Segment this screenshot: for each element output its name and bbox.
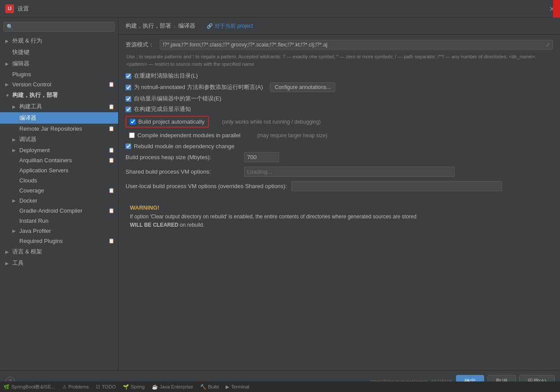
sidebar-item-label: Coverage [19,187,44,194]
sidebar-item-appearance[interactable]: ▶ 外观 & 行为 [0,35,118,46]
shared-vm-input[interactable] [244,167,455,177]
app-icon: IJ [5,4,14,13]
copy-icon: 📋 [108,82,115,87]
expand-icon: ▶ [12,228,18,233]
search-box[interactable]: 🔍 [4,22,115,32]
sidebar-item-instant-run[interactable]: ▶ Instant Run [0,216,118,226]
checkbox-show-error: 自动显示编辑器中的第一个错误(E) [126,95,553,103]
project-link[interactable]: 🔗 对于当前 project [207,22,253,30]
compile-parallel-note: (may require larger heap size) [257,132,327,139]
resource-input-wrap[interactable]: ⤢ [160,40,553,50]
compile-parallel-row: Compile independent modules in parallel [126,130,244,140]
expand-icon: ▶ [5,82,11,87]
user-vm-label: User-local build process VM options (ove… [126,183,287,189]
show-notification-checkbox[interactable] [126,107,131,112]
breadcrumb: 构建，执行，部署 › 编译器 🔗 对于当前 project [118,18,560,35]
sidebar-item-label: 工具 [12,259,24,267]
red-corner-decoration [553,0,560,18]
status-build[interactable]: 🔨 Build [200,384,219,390]
status-spring[interactable]: 🌱 Spring [123,384,145,390]
sidebar-item-languages[interactable]: ▶ 语言 & 框架 [0,246,118,257]
sidebar-item-remote-jar[interactable]: ▶ Remote Jar Repositories 📋 [0,124,118,134]
sidebar-item-clouds[interactable]: ▶ Clouds [0,175,118,185]
rebuild-dependency-checkbox[interactable] [126,143,131,149]
clear-output-checkbox[interactable] [126,73,131,79]
show-error-checkbox[interactable] [126,96,131,102]
titlebar: IJ 设置 ✕ [0,0,560,18]
sidebar-item-plugins[interactable]: ▶ Plugins [0,69,118,79]
sidebar-item-label: Gradle-Android Compiler [19,207,83,214]
resource-mode-row: 资源模式： ⤢ [126,40,553,50]
copy-icon: 📋 [108,126,115,132]
sidebar-item-label: 编译器 [19,114,36,122]
warning-text-line1: If option 'Clear output directory on reb… [130,214,416,220]
sidebar-item-build-exec[interactable]: ▼ 构建，执行，部署 [0,89,118,101]
sidebar-item-gradle-android[interactable]: ▶ Gradle-Android Compiler 📋 [0,206,118,216]
sidebar-item-label: Deployment [19,147,50,153]
sidebar-item-label: Remote Jar Repositories [19,125,82,132]
warning-box: WARNING! If option 'Clear output directo… [126,200,553,234]
sidebar-item-docker[interactable]: ▶ Docker [0,196,118,206]
checkbox-notnull-row: 为 notnull-annotated 方法和参数添加运行时断言(A) Conf… [126,82,553,92]
sidebar-item-debugger[interactable]: ▶ 调试器 [0,134,118,145]
copy-icon: 📋 [108,147,115,153]
user-vm-input[interactable] [291,181,502,191]
sidebar-item-keymap[interactable]: 快捷键 [0,46,118,58]
expand-icon: ▶ [12,104,18,109]
copy-icon: 📋 [108,157,115,163]
sidebar-item-label: Version Control [12,81,51,88]
spring-icon: 🌱 [123,384,129,390]
compile-parallel-label: Compile independent modules in parallel [137,132,241,139]
sidebar-item-version-control[interactable]: ▶ Version Control 📋 [0,79,118,89]
expand-button[interactable]: ⤢ [543,40,553,49]
status-terminal[interactable]: ▶ Terminal [226,384,249,390]
sidebar-item-label: 语言 & 框架 [12,248,42,256]
status-terminal-label: Terminal [231,384,249,389]
sidebar-item-label: 外观 & 行为 [12,37,42,45]
sidebar-item-editor[interactable]: ▶ 编辑器 [0,58,118,69]
status-java-enterprise[interactable]: ☕ Java Enterprise [152,384,193,390]
rebuild-dependency-label: Rebuild module on dependency change [134,143,234,150]
sidebar-item-label: 编辑器 [12,60,29,68]
sidebar-item-arquillian[interactable]: ▶ Arquillian Containers 📋 [0,155,118,165]
expand-icon: ▶ [12,198,18,203]
compile-parallel-checkbox[interactable] [129,132,135,138]
search-input[interactable] [15,24,111,30]
status-java-enterprise-label: Java Enterprise [160,384,193,389]
sidebar-item-label: 快捷键 [12,48,29,56]
sidebar-item-label: Required Plugins [19,238,63,244]
terminal-icon: ▶ [226,384,229,390]
clear-output-label: 在重建时清除输出目录(L) [134,72,198,80]
status-todo[interactable]: ☑ TODO [96,384,116,390]
sidebar-item-compiler[interactable]: ▶ 编译器 [0,112,118,124]
sidebar-item-label: 构建工具 [19,103,42,110]
heap-size-input[interactable] [244,152,279,162]
sidebar-item-coverage[interactable]: ▶ Coverage 📋 [0,185,118,196]
sidebar-item-required-plugins[interactable]: ▶ Required Plugins 📋 [0,236,118,246]
resource-help-text: Use ; to separate patterns and ! to nega… [126,53,553,68]
sidebar-item-tools[interactable]: ▶ 工具 [0,257,118,269]
copy-icon: 📋 [108,238,115,244]
status-problems[interactable]: ⚠ Problems [62,384,89,390]
sidebar-item-java-profiler[interactable]: ▶ Java Profiler [0,226,118,236]
shared-vm-label: Shared build process VM options: [126,168,240,175]
breadcrumb-part1: 构建，执行，部署 [126,22,171,30]
notnull-checkbox[interactable] [126,85,131,90]
status-build-label: Build [208,384,219,389]
checkbox-clear-output: 在重建时清除输出目录(L) [126,72,553,80]
build-auto-label: Build project automatically [138,118,205,125]
sidebar-item-label: 构建，执行，部署 [12,91,58,99]
resource-mode-input[interactable] [160,40,543,49]
user-vm-row: User-local build process VM options (ove… [126,181,553,191]
heap-size-row: Build process heap size (Mbytes): [126,152,553,162]
status-springboot[interactable]: 🌿 SpringBoot教&ISE... [4,384,55,390]
sidebar-item-app-servers[interactable]: ▶ Application Servers [0,165,118,175]
warning-title: WARNING! [130,204,549,211]
sidebar-item-label: Plugins [12,71,31,78]
rebuild-dependency-row: Rebuild module on dependency change [126,143,553,150]
sidebar-item-build-tools[interactable]: ▶ 构建工具 📋 [0,101,118,112]
show-notification-label: 在构建完成后显示通知 [134,105,191,113]
build-auto-checkbox[interactable] [130,119,136,125]
sidebar-item-deployment[interactable]: ▶ Deployment 📋 [0,145,118,155]
configure-annotations-button[interactable]: Configure annotations... [270,82,335,92]
